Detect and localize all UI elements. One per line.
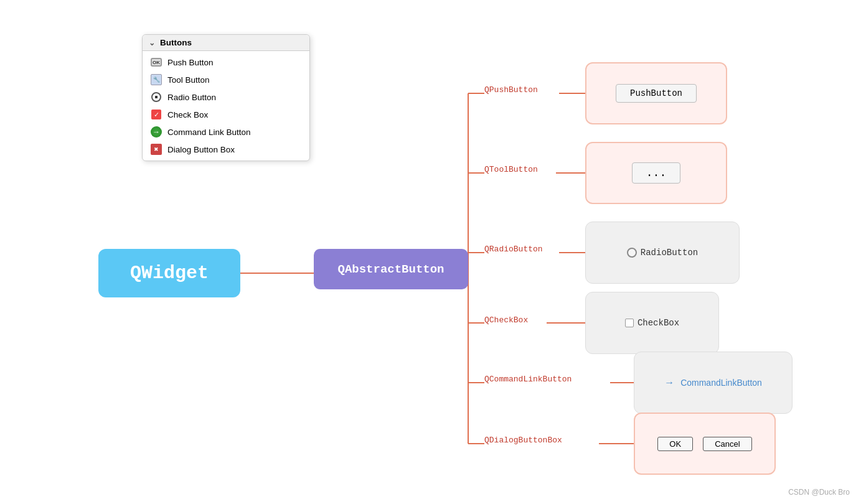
label-qtoolbutton: QToolButton xyxy=(484,165,538,174)
ok-button[interactable]: OK xyxy=(657,437,693,451)
qabstract-label: QAbstractButton xyxy=(337,263,444,276)
dialog-buttons: OK Cancel xyxy=(655,437,754,451)
radio-icon xyxy=(150,91,162,103)
widget-toolbutton: ... xyxy=(585,142,727,204)
widget-cmdlink: → CommandLinkButton xyxy=(634,352,793,414)
footer: CSDN @Duck Bro xyxy=(788,488,850,497)
tool-icon: 🔧 xyxy=(150,73,162,86)
label-qcheckbox: QCheckBox xyxy=(484,315,528,325)
widget-checkbox: CheckBox xyxy=(585,292,719,354)
widget-radiobutton: RadioButton xyxy=(585,222,740,284)
cmd-arrow-icon: → xyxy=(664,377,674,388)
footer-text: CSDN @Duck Bro xyxy=(788,488,850,497)
qabstract-box: QAbstractButton xyxy=(314,249,468,289)
cancel-button[interactable]: Cancel xyxy=(703,437,751,451)
sidebar-item-dialog[interactable]: ✖ Dialog Button Box xyxy=(143,141,309,158)
widget-dialog: OK Cancel xyxy=(634,413,776,475)
label-qcommandlink: QCommandLinkButton xyxy=(484,375,572,384)
dialog-icon: ✖ xyxy=(150,143,162,156)
chevron-icon: ⌄ xyxy=(149,39,155,47)
cmd-icon: → xyxy=(150,126,162,138)
sidebar-item-cmd-label: Command Link Button xyxy=(167,128,251,137)
sidebar-header: ⌄ Buttons xyxy=(143,35,309,51)
sidebar-items: OK Push Button 🔧 Tool Button Radio Butto… xyxy=(143,51,309,161)
cmd-text: CommandLinkButton xyxy=(680,378,762,388)
push-icon: OK xyxy=(150,56,162,68)
sidebar-item-tool[interactable]: 🔧 Tool Button xyxy=(143,71,309,88)
sidebar-title: Buttons xyxy=(160,38,192,47)
qwidget-label: QWidget xyxy=(130,263,209,284)
sidebar-item-dialog-label: Dialog Button Box xyxy=(167,145,235,154)
label-qpushbutton: QPushButton xyxy=(484,85,538,95)
label-qradiobutton: QRadioButton xyxy=(484,245,543,254)
sidebar-item-push-label: Push Button xyxy=(167,58,214,67)
sidebar-item-check[interactable]: ✓ Check Box xyxy=(143,106,309,123)
check-icon: ✓ xyxy=(150,108,162,121)
radiobutton-demo[interactable]: RadioButton xyxy=(627,248,698,258)
checkbox-square xyxy=(625,319,634,327)
widget-pushbutton: PushButton xyxy=(585,62,727,124)
sidebar-panel: ⌄ Buttons OK Push Button 🔧 Tool Button R… xyxy=(142,34,310,161)
sidebar-item-radio[interactable]: Radio Button xyxy=(143,88,309,106)
sidebar-item-push[interactable]: OK Push Button xyxy=(143,54,309,71)
checkbox-demo[interactable]: CheckBox xyxy=(625,318,679,328)
sidebar-item-tool-label: Tool Button xyxy=(167,75,210,85)
sidebar-item-radio-label: Radio Button xyxy=(167,93,216,102)
toolbutton-demo[interactable]: ... xyxy=(632,162,680,184)
pushbutton-demo[interactable]: PushButton xyxy=(616,84,697,103)
sidebar-item-check-label: Check Box xyxy=(167,110,208,119)
label-qdialogbuttonbox: QDialogButtonBox xyxy=(484,436,562,445)
sidebar-item-cmd[interactable]: → Command Link Button xyxy=(143,123,309,141)
cmdlink-demo[interactable]: → CommandLinkButton xyxy=(664,377,762,388)
radio-circle xyxy=(627,248,637,258)
qwidget-box: QWidget xyxy=(98,249,240,297)
